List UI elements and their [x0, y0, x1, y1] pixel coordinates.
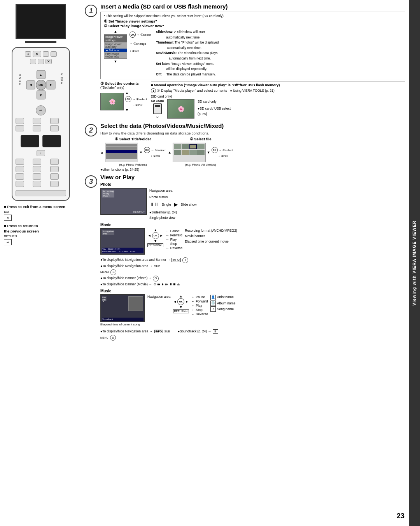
remote-btn-c3r1[interactable]: [50, 118, 59, 124]
remote-btn-c2r1[interactable]: [33, 118, 41, 124]
step1-ui-area: ▲ Image viewer settings Image viewer aut…: [104, 30, 151, 63]
remote-btn-star[interactable]: ✦: [25, 51, 31, 57]
col2-ok-lbl: ②OK: [221, 154, 228, 158]
num-btn-8[interactable]: [33, 173, 41, 180]
manual-op-section: ■ Manual operation ("Image viewer auto p…: [151, 81, 405, 119]
music-elapsed-label: Elapsed time of current song: [100, 323, 405, 326]
circle-1: 1: [151, 88, 156, 93]
remote-btn-info[interactable]: i: [37, 150, 45, 156]
num-btn-11[interactable]: [33, 181, 41, 187]
step1-sub2: ② Select "Play image viewer now": [104, 24, 402, 28]
music-soundtrack: ●Soundtrack (p. 24) → B: [178, 329, 218, 334]
num-btn-6[interactable]: [50, 166, 59, 172]
exit-icon-box[interactable]: ✕: [4, 215, 12, 221]
music-screen: ♪ Soundtrack Navarea: [100, 294, 145, 322]
display-media-label: 1 ① Display "Media player" and select co…: [151, 88, 405, 93]
col1-arrow-up: ▲: [100, 150, 104, 154]
arrow-right-col1: →: [151, 149, 154, 152]
remote-return-btn[interactable]: ↩: [36, 105, 46, 115]
num-btn-3[interactable]: [50, 159, 59, 165]
remote-btn-x[interactable]: ✕: [46, 59, 52, 64]
remote-btn-empty4[interactable]: [38, 59, 44, 64]
num-btn-4[interactable]: [16, 166, 24, 172]
ok-button[interactable]: OK: [36, 80, 46, 90]
remote-btn-c3r2[interactable]: [50, 125, 59, 131]
music-reverse-label: ←Reverse: [191, 312, 208, 316]
sd-card-top: [155, 105, 160, 107]
ok-label-contents: ↓ ②OK: [125, 103, 147, 107]
return-icon-box[interactable]: ↩: [4, 239, 12, 245]
ui-row-setlater: ◄ Set later: [104, 49, 127, 52]
btn-grid-2: [16, 159, 66, 187]
dpad-up[interactable]: ▲: [37, 70, 46, 79]
step3-title: View or Play: [100, 174, 405, 181]
menu-label: MENU: [18, 73, 22, 86]
select-contents-section: ② Select the contents ("Set later" only)…: [100, 81, 405, 119]
col2-select-lbl: ①select: [222, 149, 233, 152]
dpad-left[interactable]: ◄: [26, 80, 35, 89]
arrow-down-col1: ↓: [144, 154, 152, 158]
photo-status-line: Photo status: [149, 194, 405, 200]
page-number: 23: [397, 512, 404, 520]
num-btn-1[interactable]: [16, 159, 24, 165]
bottom-notes: ■ Press to exit from a menu screen EXIT …: [4, 204, 78, 248]
album-label: Album name: [217, 301, 236, 306]
ok-icon-col1: OK: [144, 147, 150, 153]
col1-ok-label: ↓ ②OK: [144, 154, 166, 158]
step1-nav-arrows: ▲ Image viewer settings Image viewer aut…: [104, 30, 127, 63]
remote-btn-c2r2[interactable]: [33, 125, 41, 131]
select-contents-label: ② Select the contents: [100, 81, 147, 86]
slideshow-ref: ●Slideshow (p. 24): [149, 210, 405, 215]
movie-screen: Navigationarea Title 2006.12.12.1Date an…: [100, 228, 145, 255]
step1-note: * This setting will be skipped next time…: [104, 14, 402, 18]
photo-label: Photo: [100, 182, 405, 187]
music-down-arrow: ▼: [179, 305, 183, 309]
movie-icons-row: ⊙ ⏮ ⏵ ⏭ ⏸ ⏹ ⏏: [154, 283, 180, 286]
remote-btn-c1r1[interactable]: [16, 118, 24, 124]
return-label: ■ Press to return tothe previous screen: [4, 223, 78, 234]
folder-screen: [105, 143, 138, 162]
col1-title: ① Select Title/Folder: [115, 137, 151, 141]
arrow-right-col2: →: [219, 149, 222, 152]
remote-big-btn-right[interactable]: [42, 135, 61, 147]
step1-number: 1: [85, 5, 97, 17]
dpad-down[interactable]: ▼: [37, 91, 46, 100]
step1-diagram-row: ▲ Image viewer settings Image viewer aut…: [104, 30, 402, 77]
dpad-right[interactable]: ►: [47, 80, 56, 89]
music-ok-controls: ▲ ◄ OK ► ▼ RETURN↩: [173, 294, 189, 313]
folder-row-5: [106, 156, 137, 159]
col1-screens: [105, 143, 138, 162]
num-btn-7[interactable]: [16, 173, 24, 180]
step1-header-box: * This setting will be skipped next time…: [100, 12, 405, 79]
song-icon: ♪: [210, 306, 216, 312]
remote-btn-empty1[interactable]: [43, 51, 49, 57]
sd-photo-inner: [168, 100, 194, 118]
remote-btn-c1r2[interactable]: [16, 125, 24, 131]
step2-title: Select the data (Photos/Videos/Music/Mix…: [100, 122, 405, 129]
photo-thumb-inner: [101, 93, 123, 110]
num-btn-10[interactable]: [16, 181, 24, 187]
num-btn-2[interactable]: [33, 159, 41, 165]
col1-ok-select: OK → ①select: [144, 147, 166, 153]
pause-icon-photo: ⏸⏸: [149, 201, 159, 208]
num-btn-12[interactable]: [50, 181, 59, 187]
col1-action-arrows: OK → ①select ↓ ②OK: [144, 147, 166, 158]
remote-wide-btn[interactable]: [16, 190, 66, 196]
remote-btn-empty2[interactable]: [51, 51, 57, 57]
remote-btn-d[interactable]: D: [33, 51, 41, 57]
ok-select-contents: OK → ①select: [125, 96, 147, 102]
exit-note: ■ Press to exit from a menu screen EXIT …: [4, 204, 78, 221]
photo-annotations: Navigation area Photo status ⏸⏸ Single ▶…: [149, 188, 405, 220]
info-icon-box: INFO: [172, 258, 181, 262]
col2-action-arrows: OK → ①select ↓ ②OK: [212, 147, 233, 158]
arrow-down-set: ↓: [130, 49, 131, 53]
num-btn-9[interactable]: [50, 173, 59, 180]
arrow-right-contents: →: [132, 98, 135, 101]
remote-btn-empty3[interactable]: [30, 59, 36, 64]
step2-section: 2 Select the data (Photos/Videos/Music/M…: [85, 122, 405, 171]
num-btn-5[interactable]: [33, 166, 41, 172]
col1-arrow-down: ▼: [139, 150, 143, 154]
movie-up-arrow: ▲: [154, 228, 157, 232]
remote-big-btn-left[interactable]: [21, 135, 39, 147]
thumbnail-desc: Thumbnail: The "Photos" will be displaye…: [156, 40, 402, 51]
